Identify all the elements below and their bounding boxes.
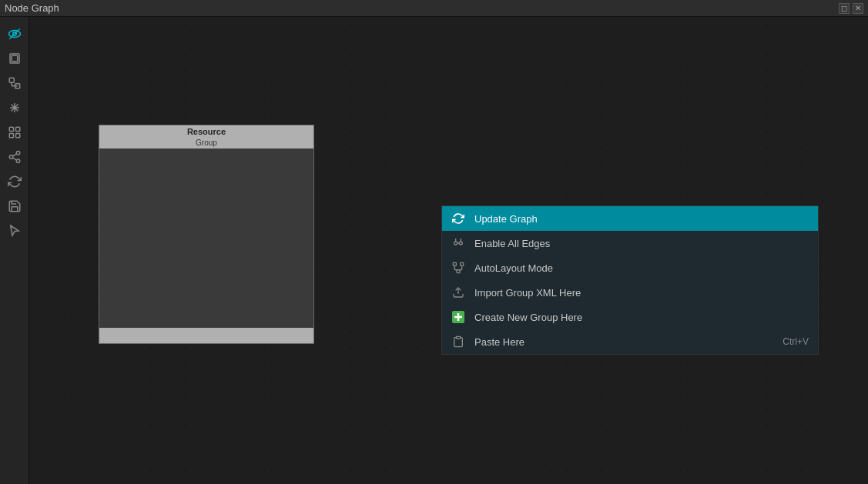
svg-point-24 [459,242,462,245]
menu-item-paste-shortcut: Ctrl+V [783,336,809,347]
paste-icon [451,335,465,349]
node-box-footer [99,328,313,343]
menu-item-paste-label: Paste Here [474,336,773,348]
context-menu: Update Graph Enable All Edges [441,205,819,355]
menu-item-autolayout-label: AutoLayout Mode [474,262,809,274]
svg-point-19 [9,155,13,159]
enable-edges-icon [451,236,465,250]
menu-item-create-group[interactable]: Create New Group Here [442,305,818,329]
autolayout-icon [451,261,465,275]
node-subtitle: Group [196,138,217,148]
menu-item-update-graph-label: Update Graph [474,213,809,225]
svg-rect-29 [461,262,464,265]
node-box-body [99,149,313,328]
menu-item-import-xml[interactable]: Import Group XML Here [442,280,818,305]
menu-item-enable-edges[interactable]: Enable All Edges [442,231,818,255]
import-xml-icon [451,285,465,299]
menu-item-enable-edges-label: Enable All Edges [474,238,809,249]
svg-line-21 [12,158,16,160]
sidebar-item-refresh[interactable] [4,171,25,192]
restore-button[interactable]: ◻ [839,3,850,14]
sidebar-item-save[interactable] [4,195,25,217]
main-layout: Resource Group Update Graph [0,17,868,484]
title-bar: Node Graph ◻ ✕ [0,0,868,17]
sidebar-item-grid[interactable] [4,122,25,143]
update-graph-icon [451,212,465,225]
close-button[interactable]: ✕ [853,3,863,14]
svg-point-23 [454,242,457,245]
node-box-header: Resource Group [99,125,313,149]
sidebar [0,17,29,484]
sidebar-item-nodes[interactable] [4,72,25,94]
svg-rect-15 [15,127,19,131]
title-bar-title: Node Graph [5,2,59,14]
svg-rect-14 [9,127,13,131]
svg-rect-17 [15,134,19,138]
menu-item-paste[interactable]: Paste Here Ctrl+V [442,329,818,354]
menu-item-import-xml-label: Import Group XML Here [474,287,809,299]
svg-rect-39 [456,336,460,339]
svg-point-13 [13,107,15,109]
svg-point-18 [16,152,20,155]
svg-rect-28 [453,262,456,265]
svg-line-22 [12,154,16,156]
svg-rect-16 [9,134,13,138]
menu-item-autolayout[interactable]: AutoLayout Mode [442,255,818,280]
svg-rect-4 [12,55,18,62]
menu-item-update-graph[interactable]: Update Graph [442,206,818,231]
sidebar-item-layers[interactable] [4,48,25,69]
sidebar-item-connect[interactable] [4,97,25,118]
canvas-area[interactable]: Resource Group Update Graph [29,17,868,484]
node-title: Resource [187,126,226,137]
title-bar-controls: ◻ ✕ [839,3,863,14]
sidebar-item-visibility[interactable] [4,23,25,45]
svg-rect-5 [9,78,14,82]
menu-item-create-group-label: Create New Group Here [474,312,809,323]
sidebar-item-select[interactable] [4,220,25,242]
node-box: Resource Group [99,125,314,344]
sidebar-item-share[interactable] [4,146,25,168]
svg-point-20 [16,159,20,163]
create-group-icon [451,310,465,324]
